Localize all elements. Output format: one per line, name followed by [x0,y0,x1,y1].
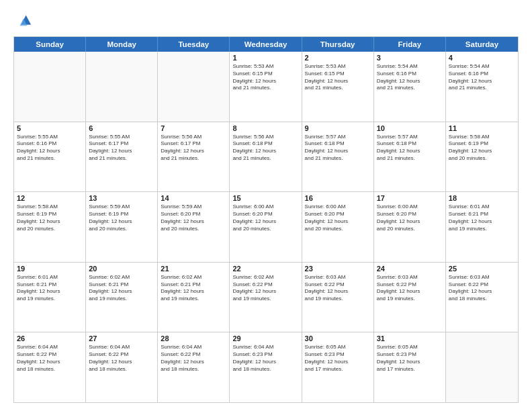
day-number: 24 [377,265,443,273]
day-cell-24: 24Sunrise: 6:03 AM Sunset: 6:22 PM Dayli… [374,263,446,332]
day-cell-22: 22Sunrise: 6:02 AM Sunset: 6:22 PM Dayli… [230,263,302,332]
day-info: Sunrise: 5:59 AM Sunset: 6:20 PM Dayligh… [161,203,226,232]
day-number: 26 [17,334,83,342]
day-cell-31: 31Sunrise: 6:05 AM Sunset: 6:23 PM Dayli… [374,332,446,402]
day-info: Sunrise: 6:01 AM Sunset: 6:21 PM Dayligh… [449,203,515,232]
day-info: Sunrise: 6:02 AM Sunset: 6:22 PM Dayligh… [232,274,298,303]
day-info: Sunrise: 6:00 AM Sunset: 6:20 PM Dayligh… [377,203,443,232]
day-number: 25 [449,265,515,273]
logo-icon [13,12,32,31]
day-info: Sunrise: 5:54 AM Sunset: 6:16 PM Dayligh… [377,63,443,92]
day-info: Sunrise: 6:02 AM Sunset: 6:21 PM Dayligh… [89,274,154,303]
day-info: Sunrise: 5:57 AM Sunset: 6:18 PM Dayligh… [305,134,371,163]
header-day-monday: Monday [86,37,158,52]
day-cell-25: 25Sunrise: 6:03 AM Sunset: 6:22 PM Dayli… [446,263,518,332]
day-info: Sunrise: 5:56 AM Sunset: 6:18 PM Dayligh… [232,134,298,163]
day-cell-21: 21Sunrise: 6:02 AM Sunset: 6:21 PM Dayli… [158,263,230,332]
day-number: 2 [305,54,371,62]
day-cell-15: 15Sunrise: 6:00 AM Sunset: 6:20 PM Dayli… [230,192,302,262]
day-cell-6: 6Sunrise: 5:55 AM Sunset: 6:17 PM Daylig… [86,122,158,192]
day-cell-11: 11Sunrise: 5:58 AM Sunset: 6:19 PM Dayli… [446,122,518,192]
day-number: 9 [305,124,371,132]
day-number: 12 [17,194,83,202]
header-day-friday: Friday [374,37,446,52]
day-info: Sunrise: 5:58 AM Sunset: 6:19 PM Dayligh… [449,134,515,163]
day-cell-18: 18Sunrise: 6:01 AM Sunset: 6:21 PM Dayli… [446,192,518,262]
day-info: Sunrise: 6:04 AM Sunset: 6:23 PM Dayligh… [232,344,298,373]
day-cell-12: 12Sunrise: 5:58 AM Sunset: 6:19 PM Dayli… [14,192,86,262]
header-day-sunday: Sunday [14,37,86,52]
day-cell-23: 23Sunrise: 6:03 AM Sunset: 6:22 PM Dayli… [302,263,374,332]
day-cell-20: 20Sunrise: 6:02 AM Sunset: 6:21 PM Dayli… [86,263,158,332]
logo [13,12,35,31]
day-info: Sunrise: 6:00 AM Sunset: 6:20 PM Dayligh… [232,203,298,232]
day-cell-10: 10Sunrise: 5:57 AM Sunset: 6:18 PM Dayli… [374,122,446,192]
day-number: 10 [377,124,443,132]
day-info: Sunrise: 6:02 AM Sunset: 6:21 PM Dayligh… [161,274,226,303]
day-info: Sunrise: 6:03 AM Sunset: 6:22 PM Dayligh… [449,274,515,303]
day-number: 7 [161,124,226,132]
day-info: Sunrise: 5:53 AM Sunset: 6:15 PM Dayligh… [305,63,371,92]
day-info: Sunrise: 6:00 AM Sunset: 6:20 PM Dayligh… [305,203,371,232]
day-info: Sunrise: 5:58 AM Sunset: 6:19 PM Dayligh… [17,203,83,232]
day-number: 3 [377,54,443,62]
day-number: 4 [449,54,515,62]
day-number: 29 [232,334,298,342]
day-info: Sunrise: 5:59 AM Sunset: 6:19 PM Dayligh… [89,203,154,232]
day-cell-16: 16Sunrise: 6:00 AM Sunset: 6:20 PM Dayli… [302,192,374,262]
day-cell-3: 3Sunrise: 5:54 AM Sunset: 6:16 PM Daylig… [374,52,446,122]
empty-cell [86,52,158,122]
empty-cell [158,52,230,122]
day-number: 21 [161,265,226,273]
day-cell-27: 27Sunrise: 6:04 AM Sunset: 6:22 PM Dayli… [86,332,158,402]
header-day-wednesday: Wednesday [230,37,302,52]
header-day-tuesday: Tuesday [158,37,230,52]
day-number: 31 [377,334,443,342]
calendar-body: 1Sunrise: 5:53 AM Sunset: 6:15 PM Daylig… [14,52,518,402]
day-number: 20 [89,265,154,273]
week-row-4: 19Sunrise: 6:01 AM Sunset: 6:21 PM Dayli… [14,263,518,333]
day-info: Sunrise: 5:56 AM Sunset: 6:17 PM Dayligh… [161,134,226,163]
week-row-5: 26Sunrise: 6:04 AM Sunset: 6:22 PM Dayli… [14,332,518,402]
day-cell-4: 4Sunrise: 5:54 AM Sunset: 6:16 PM Daylig… [446,52,518,122]
week-row-2: 5Sunrise: 5:55 AM Sunset: 6:16 PM Daylig… [14,122,518,193]
day-cell-7: 7Sunrise: 5:56 AM Sunset: 6:17 PM Daylig… [158,122,230,192]
day-cell-17: 17Sunrise: 6:00 AM Sunset: 6:20 PM Dayli… [374,192,446,262]
day-number: 16 [305,194,371,202]
day-info: Sunrise: 6:05 AM Sunset: 6:23 PM Dayligh… [305,344,371,373]
day-number: 19 [17,265,83,273]
day-number: 6 [89,124,154,132]
day-number: 13 [89,194,154,202]
day-number: 8 [232,124,298,132]
day-number: 17 [377,194,443,202]
day-info: Sunrise: 5:57 AM Sunset: 6:18 PM Dayligh… [377,134,443,163]
day-number: 18 [449,194,515,202]
day-cell-14: 14Sunrise: 5:59 AM Sunset: 6:20 PM Dayli… [158,192,230,262]
day-number: 15 [232,194,298,202]
day-cell-8: 8Sunrise: 5:56 AM Sunset: 6:18 PM Daylig… [230,122,302,192]
day-info: Sunrise: 6:05 AM Sunset: 6:23 PM Dayligh… [377,344,443,373]
day-number: 23 [305,265,371,273]
day-info: Sunrise: 5:53 AM Sunset: 6:15 PM Dayligh… [232,63,298,92]
day-cell-19: 19Sunrise: 6:01 AM Sunset: 6:21 PM Dayli… [14,263,86,332]
day-cell-5: 5Sunrise: 5:55 AM Sunset: 6:16 PM Daylig… [14,122,86,192]
day-number: 27 [89,334,154,342]
day-cell-2: 2Sunrise: 5:53 AM Sunset: 6:15 PM Daylig… [302,52,374,122]
day-cell-28: 28Sunrise: 6:04 AM Sunset: 6:22 PM Dayli… [158,332,230,402]
day-cell-13: 13Sunrise: 5:59 AM Sunset: 6:19 PM Dayli… [86,192,158,262]
day-number: 28 [161,334,226,342]
day-info: Sunrise: 5:55 AM Sunset: 6:16 PM Dayligh… [17,134,83,163]
day-number: 5 [17,124,83,132]
day-info: Sunrise: 5:55 AM Sunset: 6:17 PM Dayligh… [89,134,154,163]
day-number: 14 [161,194,226,202]
calendar: SundayMondayTuesdayWednesdayThursdayFrid… [13,36,519,403]
week-row-3: 12Sunrise: 5:58 AM Sunset: 6:19 PM Dayli… [14,192,518,263]
empty-cell [446,332,518,402]
day-cell-30: 30Sunrise: 6:05 AM Sunset: 6:23 PM Dayli… [302,332,374,402]
header-day-saturday: Saturday [446,37,518,52]
day-number: 1 [232,54,298,62]
day-info: Sunrise: 6:04 AM Sunset: 6:22 PM Dayligh… [17,344,83,373]
page-header [13,12,519,31]
day-info: Sunrise: 6:01 AM Sunset: 6:21 PM Dayligh… [17,274,83,303]
day-number: 30 [305,334,371,342]
